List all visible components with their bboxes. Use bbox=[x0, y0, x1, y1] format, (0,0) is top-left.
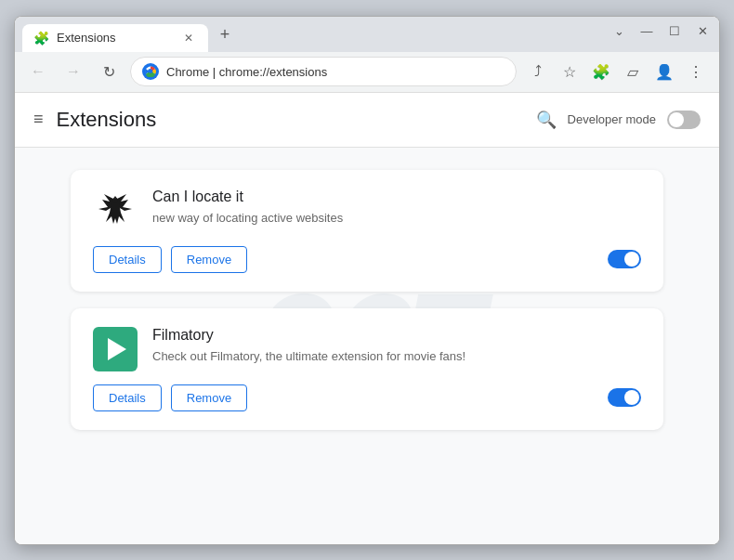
developer-mode-label: Developer mode bbox=[568, 112, 656, 126]
details-button-can-i-locate-it[interactable]: Details bbox=[93, 246, 162, 273]
play-icon bbox=[108, 338, 126, 360]
filmatory-icon bbox=[93, 327, 138, 371]
reload-button[interactable]: ↻ bbox=[95, 58, 123, 85]
enable-toggle-can-i-locate-it[interactable] bbox=[608, 250, 641, 268]
browser-window: 🧩 Extensions ✕ + ⌄ — ☐ ✕ ← → ↻ bbox=[14, 16, 720, 545]
minimize-button[interactable]: — bbox=[639, 24, 654, 39]
card-bottom-filmatory: Details Remove bbox=[93, 384, 641, 411]
ext-desc-filmatory: Check out Filmatory, the ultimate extens… bbox=[152, 347, 641, 366]
extensions-icon[interactable]: 🧩 bbox=[587, 58, 615, 85]
menu-icon[interactable]: ⋮ bbox=[682, 58, 710, 85]
title-bar: 🧩 Extensions ✕ + ⌄ — ☐ ✕ bbox=[15, 17, 719, 52]
extensions-list: 967 bbox=[15, 148, 719, 544]
address-text: Chrome | chrome://extensions bbox=[166, 65, 505, 79]
bookmark-icon[interactable]: ☆ bbox=[556, 58, 583, 85]
ext-info-filmatory: Filmatory Check out Filmatory, the ultim… bbox=[152, 327, 641, 366]
can-locate-it-icon bbox=[93, 189, 138, 233]
card-top: Can I locate it new way of locating acti… bbox=[93, 189, 641, 233]
hamburger-menu-icon[interactable]: ≡ bbox=[33, 110, 44, 129]
tab-extension-icon: 🧩 bbox=[33, 31, 49, 46]
header-left: ≡ Extensions bbox=[33, 108, 156, 132]
page-title: Extensions bbox=[57, 108, 157, 132]
toolbar-actions: ⤴ ☆ 🧩 ▱ 👤 ⋮ bbox=[524, 58, 710, 85]
extension-card-can-i-locate-it: Can I locate it new way of locating acti… bbox=[71, 170, 663, 292]
remove-button-can-i-locate-it[interactable]: Remove bbox=[171, 246, 247, 273]
active-tab[interactable]: 🧩 Extensions ✕ bbox=[22, 24, 208, 52]
share-icon[interactable]: ⤴ bbox=[524, 58, 552, 85]
close-button[interactable]: ✕ bbox=[695, 24, 710, 39]
maximize-button[interactable]: ☐ bbox=[667, 24, 682, 39]
tab-title: Extensions bbox=[57, 31, 173, 45]
ext-desc-can-i-locate-it: new way of locating active websites bbox=[152, 209, 641, 228]
ext-name-filmatory: Filmatory bbox=[152, 327, 641, 344]
enable-toggle-filmatory[interactable] bbox=[608, 388, 641, 407]
chevron-down-icon: ⌄ bbox=[611, 24, 626, 39]
extensions-header: ≡ Extensions 🔍 Developer mode bbox=[15, 93, 719, 148]
profile-icon[interactable]: 👤 bbox=[650, 58, 678, 85]
chrome-logo-icon bbox=[142, 63, 159, 80]
header-right: 🔍 Developer mode bbox=[536, 110, 701, 130]
search-icon[interactable]: 🔍 bbox=[536, 110, 557, 130]
extension-card-filmatory: Filmatory Check out Filmatory, the ultim… bbox=[71, 308, 663, 430]
new-tab-button[interactable]: + bbox=[212, 22, 238, 48]
tab-close-button[interactable]: ✕ bbox=[180, 30, 197, 46]
ext-name-can-i-locate-it: Can I locate it bbox=[152, 189, 641, 205]
back-button[interactable]: ← bbox=[24, 58, 52, 85]
window-controls: ⌄ — ☐ ✕ bbox=[611, 24, 710, 39]
details-button-filmatory[interactable]: Details bbox=[93, 384, 162, 411]
svg-point-3 bbox=[112, 198, 118, 203]
forward-button[interactable]: → bbox=[59, 58, 87, 85]
card-top-filmatory: Filmatory Check out Filmatory, the ultim… bbox=[93, 327, 641, 371]
toolbar: ← → ↻ Chrome | chrome://extensions ⤴ ☆ bbox=[15, 52, 719, 93]
card-bottom-can-i-locate-it: Details Remove bbox=[93, 246, 641, 273]
address-bar[interactable]: Chrome | chrome://extensions bbox=[130, 57, 517, 86]
split-view-icon[interactable]: ▱ bbox=[619, 58, 647, 85]
ext-info-can-i-locate-it: Can I locate it new way of locating acti… bbox=[152, 189, 641, 228]
page-content: ≡ Extensions 🔍 Developer mode 967 bbox=[15, 93, 719, 544]
developer-mode-toggle[interactable] bbox=[667, 111, 701, 129]
remove-button-filmatory[interactable]: Remove bbox=[171, 384, 247, 411]
